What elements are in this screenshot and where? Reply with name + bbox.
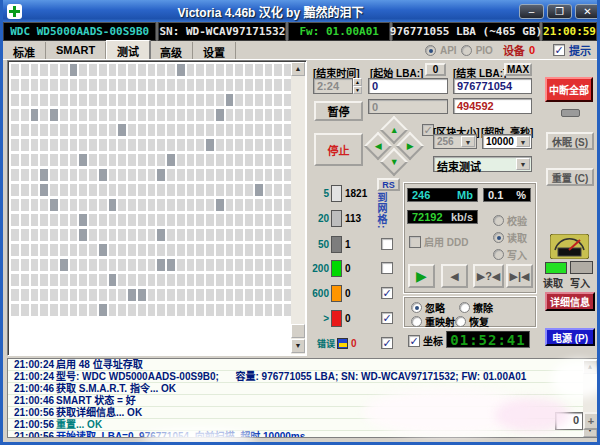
scan-block xyxy=(128,214,136,226)
scan-block xyxy=(60,229,68,241)
scan-block xyxy=(138,289,146,301)
scan-block xyxy=(196,214,204,226)
minimize-button[interactable]: – xyxy=(519,4,544,19)
scan-block xyxy=(226,79,234,91)
break-all-button[interactable]: 中断全部 xyxy=(545,77,593,102)
start-lba-field[interactable]: 0 xyxy=(368,78,448,94)
scan-block xyxy=(274,64,282,76)
legend-count: 0 xyxy=(345,288,351,299)
legend-checkbox[interactable] xyxy=(381,262,393,274)
tab-3[interactable]: 测试 xyxy=(106,40,150,59)
action-radio-2[interactable]: 擦除 xyxy=(459,300,493,315)
random-seek-button[interactable]: ▶?◀ xyxy=(473,264,504,288)
scan-block xyxy=(167,229,175,241)
map-scroll-up-icon[interactable]: ▲ xyxy=(291,62,305,76)
api-radio[interactable] xyxy=(425,45,436,56)
log-scroll-up-icon[interactable]: ▲ xyxy=(583,360,597,374)
scan-block xyxy=(245,94,253,106)
mode-radio-1[interactable]: 校验 xyxy=(493,213,527,228)
scan-block xyxy=(255,139,263,151)
tab-5[interactable]: 设置 xyxy=(193,42,236,59)
butterfly-seek-button[interactable]: ▶|◀ xyxy=(506,264,533,288)
scan-back-button[interactable]: ◀ xyxy=(441,264,468,288)
scan-block xyxy=(274,154,282,166)
pause-button[interactable]: 暂停 xyxy=(314,101,363,121)
scan-block xyxy=(31,79,39,91)
stepper-value[interactable]: 0 xyxy=(555,412,583,430)
scan-block xyxy=(11,274,19,286)
radio-icon xyxy=(455,316,466,327)
map-scroll-down-icon[interactable]: ▼ xyxy=(291,339,305,353)
title-bar[interactable]: Victoria 4.46b 汉化 by 黯然的泪下 – ❐ ✕ xyxy=(3,0,600,22)
stop-button[interactable]: 停止 xyxy=(314,133,363,166)
scan-block xyxy=(31,229,39,241)
tab-1[interactable]: 标准 xyxy=(3,42,46,59)
action-radio-3[interactable]: 重映射 xyxy=(411,314,455,329)
scan-block xyxy=(255,304,263,316)
mode-radio-3[interactable]: 写入 xyxy=(493,247,527,262)
ddd-toggle[interactable]: 启用 DDD xyxy=(409,234,468,249)
rs-button[interactable]: RS xyxy=(377,178,400,191)
end-lba-max-button[interactable]: MAX xyxy=(504,63,532,76)
value-stepper[interactable]: 0 + xyxy=(555,412,599,430)
map-scroll-thumb[interactable] xyxy=(291,324,305,338)
end-lba-field[interactable]: 976771054 xyxy=(453,78,532,94)
ddd-label: 启用 DDD xyxy=(424,234,468,249)
legend-checkbox[interactable] xyxy=(381,238,393,250)
scan-block xyxy=(70,79,78,91)
scan-block xyxy=(196,139,204,151)
legend-row: 20113 xyxy=(311,208,361,228)
block-size-combo[interactable]: 256 xyxy=(433,134,477,149)
map-scrollbar[interactable]: ▲ ▼ xyxy=(291,62,305,354)
scan-block xyxy=(265,199,273,211)
power-button[interactable]: 电源 (P) xyxy=(545,328,595,346)
scan-block xyxy=(79,94,87,106)
action-radio-4[interactable]: 恢复 xyxy=(455,314,489,329)
scan-block xyxy=(274,139,282,151)
legend-checkbox[interactable]: ✓ xyxy=(381,337,393,349)
start-lba-zero-button[interactable]: 0 xyxy=(425,63,446,76)
scan-block xyxy=(89,79,97,91)
scan-block xyxy=(206,229,214,241)
tab-2[interactable]: SMART xyxy=(46,42,106,59)
scan-block xyxy=(265,304,273,316)
tab-4[interactable]: 高级 xyxy=(150,42,193,59)
scan-block xyxy=(50,94,58,106)
scan-block xyxy=(235,124,243,136)
scan-block xyxy=(187,139,195,151)
timeout-combo[interactable]: 10000 xyxy=(482,134,532,149)
scan-block xyxy=(265,169,273,181)
device-number: 0 xyxy=(529,44,535,56)
coord-checkbox[interactable]: ✓ xyxy=(408,335,420,347)
stepper-plus-button[interactable]: + xyxy=(583,412,599,430)
scan-block xyxy=(196,304,204,316)
sleep-button[interactable]: 休眠 (S) xyxy=(546,132,594,150)
end-time-spinner[interactable]: ▲ ▼ xyxy=(353,78,362,94)
scan-block xyxy=(60,94,68,106)
close-button[interactable]: ✕ xyxy=(575,4,600,19)
scan-block xyxy=(40,154,48,166)
legend-checkbox[interactable]: ✓ xyxy=(381,287,393,299)
scan-block xyxy=(235,94,243,106)
scan-block xyxy=(70,199,78,211)
end-time-field[interactable]: 2:24 xyxy=(313,78,353,94)
maximize-button[interactable]: ❐ xyxy=(547,4,572,19)
legend-checkbox[interactable]: ✓ xyxy=(381,312,393,324)
action-radio-1[interactable]: 忽略 xyxy=(411,300,445,315)
end-action-combo[interactable]: 结束测试 xyxy=(433,156,532,172)
legend-color-block xyxy=(331,260,342,277)
passport-button[interactable]: 详细信息 xyxy=(545,292,595,311)
scan-block xyxy=(226,259,234,271)
scan-start-button[interactable]: ▶ xyxy=(408,264,435,288)
log-line: 21:00:56获取详细信息... OK xyxy=(8,407,583,419)
scan-block xyxy=(118,64,126,76)
scan-block xyxy=(235,109,243,121)
scan-block xyxy=(274,184,282,196)
ddd-checkbox[interactable] xyxy=(409,236,421,248)
hint-checkbox[interactable]: ✓ xyxy=(553,44,565,56)
reset-button[interactable]: 重置 (C) xyxy=(546,168,594,186)
scan-block xyxy=(196,64,204,76)
mode-radio-2[interactable]: 读取 xyxy=(493,230,527,245)
pio-radio[interactable] xyxy=(461,45,472,56)
scan-block xyxy=(50,154,58,166)
